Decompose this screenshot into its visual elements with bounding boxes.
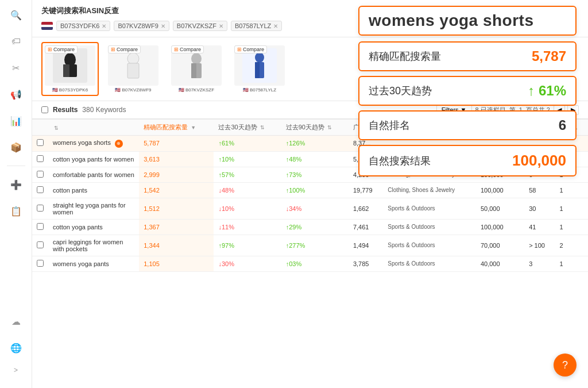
- sidebar-icon-ads[interactable]: 📢: [8, 86, 24, 102]
- product-card-4[interactable]: Compare 🇺🇸 B07587LYLZ: [231, 42, 288, 96]
- search-vol-cell-0: 5,787: [139, 136, 214, 152]
- sidebar-icon-list[interactable]: 📋: [8, 203, 24, 219]
- keyword-cell-2: comfortable pants for women: [48, 167, 139, 182]
- stat-label-1: 精确匹配搜索量: [369, 49, 441, 63]
- compare-btn-1[interactable]: Compare: [45, 45, 78, 53]
- close-icon-4[interactable]: ✕: [273, 23, 278, 29]
- trend90-value-4: ↓34%: [286, 205, 302, 212]
- trend30-value-2: ↑57%: [218, 171, 234, 178]
- close-icon-2[interactable]: ✕: [161, 23, 165, 29]
- trend30-value-7: ↓30%: [218, 260, 234, 267]
- trend30-value-4: ↓10%: [218, 205, 234, 212]
- asin-tag-2[interactable]: B07KVZ8WF9 ✕: [114, 21, 169, 31]
- broad-cell-6: 1,494: [349, 235, 383, 256]
- stat-label-2: 过去30天趋势: [369, 84, 432, 98]
- trend90-value-7: ↑03%: [286, 260, 302, 267]
- asin-tag-1[interactable]: B07S3YDFK6 ✕: [56, 21, 110, 31]
- sidebar-icon-cloud[interactable]: ☁: [8, 313, 24, 329]
- stat-value-2: ↑ 61%: [528, 83, 566, 99]
- search-vol-value-5: 1,367: [144, 224, 160, 231]
- svg-point-5: [127, 53, 139, 64]
- table-row: cotton yoga pants 1,367 ↓11% ↑29% 7,461 …: [32, 219, 588, 235]
- keyword-icon-0[interactable]: ⊕: [115, 140, 123, 148]
- sidebar-expand[interactable]: >: [14, 366, 18, 374]
- table-row: cotton pants 1,542 ↓48% ↑100% 19,779 Clo…: [32, 182, 588, 198]
- trend90-value-1: ↑48%: [286, 156, 302, 163]
- sidebar-divider: [7, 166, 25, 166]
- sort-icon-keyword: ⇅: [54, 125, 59, 131]
- row-checkbox-cell: [32, 182, 48, 198]
- row-checkbox-6[interactable]: [37, 241, 44, 248]
- trend30-cell-0: ↑61%: [214, 136, 281, 152]
- us-flag-icon: [41, 22, 53, 30]
- organic-cell-3: 100,000: [476, 182, 524, 198]
- row-checkbox-0[interactable]: [37, 139, 44, 146]
- col-header-trend90[interactable]: 过去90天趋势 ⇅: [281, 120, 349, 136]
- search-vol-value-6: 1,344: [144, 242, 160, 249]
- stat-label-4: 自然搜索结果: [369, 154, 431, 168]
- keyword-cell-5: cotton yoga pants: [48, 219, 139, 235]
- trend90-cell-3: ↑100%: [281, 182, 349, 198]
- sidebar-icon-cut[interactable]: ✂: [8, 60, 24, 76]
- close-icon-1[interactable]: ✕: [102, 23, 106, 29]
- keyword-cell-1: cotton yoga pants for women: [48, 151, 139, 167]
- trend90-value-0: ↑126%: [286, 140, 305, 147]
- row-checkbox-4[interactable]: [37, 205, 44, 212]
- stat-value-1: 5,787: [532, 48, 566, 64]
- row-checkbox-2[interactable]: [37, 171, 44, 178]
- sidebar-icon-tags[interactable]: 🏷: [8, 33, 24, 49]
- compare-btn-3[interactable]: Compare: [171, 45, 204, 53]
- sidebar-icon-chart[interactable]: 📊: [8, 113, 24, 129]
- trend90-value-2: ↑73%: [286, 171, 302, 178]
- close-icon-3[interactable]: ✕: [219, 23, 223, 29]
- keyword-cell-7: womens yoga pants: [48, 256, 139, 271]
- help-fab[interactable]: ?: [554, 354, 577, 377]
- row-checkbox-7[interactable]: [37, 260, 44, 267]
- table-row: straight leg yoga pants for women 1,512 …: [32, 198, 588, 219]
- main-container: 🔍 🏷 ✂ 📢 📊 📦 ➕ 📋 ☁ 🌐 > 关键词搜索和ASIN反查 B07S3…: [0, 0, 588, 388]
- row-checkbox-cell: [32, 136, 48, 152]
- sidebar-icon-globe[interactable]: 🌐: [8, 340, 24, 356]
- row-checkbox-1[interactable]: [37, 155, 44, 162]
- sidebar-icon-search[interactable]: 🔍: [8, 7, 24, 23]
- sort-icon-trend90: ⇅: [327, 125, 332, 130]
- row-checkbox-cell: [32, 256, 48, 271]
- asin-tag-3[interactable]: B07KVZKSZF ✕: [173, 21, 227, 31]
- row-checkbox-3[interactable]: [37, 186, 44, 193]
- stat-value-4: 100,000: [512, 152, 566, 170]
- trend90-cell-2: ↑73%: [281, 167, 349, 182]
- sponsored-cell-4: 1: [555, 198, 589, 219]
- trend90-cell-5: ↑29%: [281, 219, 349, 235]
- category-cell-6: Sports & Outdoors: [383, 235, 476, 256]
- row-checkbox-cell: [32, 167, 48, 182]
- sidebar-icon-box[interactable]: 📦: [8, 139, 24, 155]
- search-vol-cell-2: 2,999: [139, 167, 214, 182]
- category-cell-4: Sports & Outdoors: [383, 198, 476, 219]
- product-label-4: 🇺🇸 B07587LYLZ: [234, 87, 285, 93]
- row-checkbox-5[interactable]: [37, 223, 44, 230]
- sidebar-icon-add[interactable]: ➕: [8, 176, 24, 193]
- search-vol-cell-5: 1,367: [139, 219, 214, 235]
- trend30-cell-7: ↓30%: [214, 256, 281, 271]
- trend90-cell-0: ↑126%: [281, 136, 349, 152]
- search-vol-value-2: 2,999: [144, 171, 160, 178]
- compare-btn-2[interactable]: Compare: [108, 45, 141, 53]
- trend30-value-0: ↑61%: [218, 140, 234, 147]
- col-header-trend30[interactable]: 过去30天趋势 ⇅: [214, 120, 281, 136]
- rank-cell-5: 41: [524, 219, 555, 235]
- sponsored-cell-7: 1: [555, 256, 589, 271]
- broad-cell-7: 3,785: [349, 256, 383, 271]
- col-header-keyword[interactable]: ⇅: [48, 120, 139, 136]
- organic-cell-7: 40,000: [476, 256, 524, 271]
- compare-btn-4[interactable]: Compare: [234, 45, 267, 53]
- broad-cell-4: 1,662: [349, 198, 383, 219]
- col-header-search-vol[interactable]: 精确匹配搜索量 ▼: [139, 120, 214, 136]
- stat-box-3: 自然排名 6: [358, 110, 577, 140]
- rank-cell-6: > 100: [524, 235, 555, 256]
- svg-point-8: [191, 53, 202, 64]
- product-card-3[interactable]: Compare 🇺🇸 B07KVZKSZF: [168, 42, 225, 96]
- product-card-2[interactable]: Compare 🇺🇸 B07KVZ8WF9: [105, 42, 162, 96]
- product-card-1[interactable]: Compare 🇺🇸 B07S3YDPK6: [41, 42, 99, 96]
- select-all-checkbox[interactable]: [41, 106, 48, 113]
- asin-tag-4[interactable]: B07587LYLZ ✕: [231, 21, 282, 31]
